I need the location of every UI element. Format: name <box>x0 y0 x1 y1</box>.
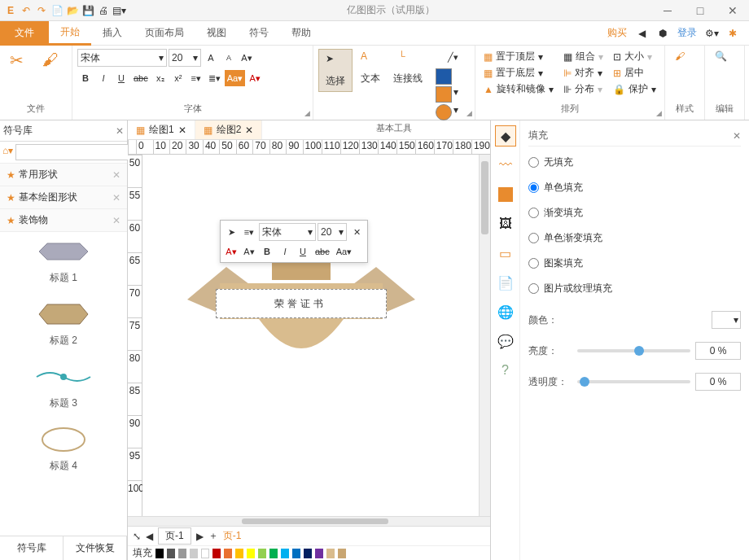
horizontal-scrollbar[interactable] <box>128 516 490 526</box>
cat-close-icon[interactable]: ✕ <box>112 192 120 203</box>
menu-symbol[interactable]: 符号 <box>238 21 280 46</box>
mini-highlight-button[interactable]: A▾ <box>241 243 257 260</box>
align-button[interactable]: ⊫对齐▾ <box>560 65 607 81</box>
mini-underline-button[interactable]: U <box>295 243 311 260</box>
color-swatch[interactable] <box>224 549 232 558</box>
certificate-text-input[interactable]: 荣誉证书 <box>216 289 387 318</box>
tab-symbol-lib[interactable]: 符号库 <box>0 536 64 560</box>
circle-orange-icon[interactable] <box>436 104 452 120</box>
opacity-spin[interactable]: 0 % <box>695 373 741 391</box>
connector-tool-button[interactable]: └连接线 <box>388 49 427 87</box>
print-button[interactable]: 🖨 <box>97 4 110 17</box>
tab-page-icon[interactable]: 📄 <box>495 272 516 293</box>
menu-help[interactable]: 帮助 <box>280 21 322 46</box>
file-menu[interactable]: 文件 <box>0 21 49 46</box>
rect-orange-icon[interactable] <box>436 86 452 103</box>
fill-pattern-radio[interactable]: 图案填充 <box>528 254 741 273</box>
color-swatch[interactable] <box>338 549 346 558</box>
menu-start[interactable]: 开始 <box>49 21 91 46</box>
minimize-button[interactable]: ─ <box>651 0 684 21</box>
close-button[interactable]: ✕ <box>716 0 749 21</box>
color-dropdown[interactable]: ▾ <box>712 311 741 329</box>
mini-bold-button[interactable]: B <box>259 243 275 260</box>
page-next-button[interactable]: ▶ <box>196 531 204 542</box>
brightness-spin[interactable]: 0 % <box>695 342 741 360</box>
send-back-button[interactable]: ▦置于底层▾ <box>480 65 557 81</box>
tab-help-icon[interactable]: ? <box>495 360 516 381</box>
vertical-scrollbar[interactable] <box>479 155 490 516</box>
tab-close-icon[interactable]: ✕ <box>245 125 253 136</box>
font-family-combo[interactable]: 宋体▾ <box>77 49 167 67</box>
menu-view[interactable]: 视图 <box>195 21 238 46</box>
group-button[interactable]: ▦组合▾ <box>560 49 607 64</box>
color-swatch[interactable] <box>201 549 209 558</box>
login-link[interactable]: 登录 <box>677 26 697 40</box>
opacity-slider[interactable] <box>577 380 690 383</box>
color-swatch[interactable] <box>326 549 335 558</box>
share-icon[interactable]: ◀ <box>635 27 648 40</box>
fill-solid-radio[interactable]: 单色填充 <box>528 178 741 197</box>
font-grow-button[interactable]: A <box>203 50 219 66</box>
color-swatch[interactable] <box>235 549 243 558</box>
arrange-launcher-icon[interactable]: ◢ <box>656 109 662 117</box>
buy-link[interactable]: 购买 <box>607 26 627 40</box>
category-decorations[interactable]: ★装饰物✕ <box>0 209 127 232</box>
font-style-button[interactable]: A▾ <box>239 50 255 66</box>
color-swatch[interactable] <box>212 549 221 558</box>
line-tool-button[interactable]: ╱▾ <box>436 49 470 65</box>
color-swatch[interactable] <box>258 549 266 558</box>
canvas[interactable]: ➤ ≡▾ 宋体▾ 20▾ ✕ A▾ A▾ B I U abc Aa▾ <box>142 155 479 516</box>
page-add-button[interactable]: ＋ <box>208 529 218 543</box>
cat-close-icon[interactable]: ✕ <box>112 215 120 226</box>
tab-line-icon[interactable]: 〰 <box>495 155 516 176</box>
certificate-badge-shape[interactable] <box>151 260 452 391</box>
tools-launcher-icon[interactable]: ◢ <box>466 109 472 117</box>
tab-fill-icon[interactable]: ◆ <box>495 125 516 147</box>
search-input[interactable] <box>15 144 146 160</box>
color-swatch[interactable] <box>178 549 186 558</box>
rotate-button[interactable]: ▲旋转和镜像▾ <box>480 81 557 97</box>
brightness-slider[interactable] <box>577 349 690 352</box>
rect-blue-icon[interactable] <box>436 68 452 85</box>
linespace-button[interactable]: ≣▾ <box>206 70 223 86</box>
mini-align-button[interactable]: ≡▾ <box>241 224 257 240</box>
mini-size-combo[interactable]: 20▾ <box>318 223 347 241</box>
category-basic-shapes[interactable]: ★基本绘图形状✕ <box>0 186 127 209</box>
shape-thumb-1[interactable]: 标题 1 <box>5 237 122 285</box>
color-swatch[interactable] <box>269 549 278 558</box>
panel-close-button[interactable]: ✕ <box>116 125 124 137</box>
doc-tab-1[interactable]: ▦绘图1✕ <box>128 120 195 139</box>
tab-web-icon[interactable]: 🌐 <box>495 301 516 322</box>
format-painter-button[interactable]: ✂ <box>5 49 34 72</box>
color-swatch[interactable] <box>315 549 323 558</box>
shape-thumb-4[interactable]: 标题 4 <box>5 425 122 473</box>
gear-icon[interactable]: ⚙▾ <box>705 27 718 40</box>
shape-palette[interactable]: ▾ ▾ <box>436 68 470 120</box>
right-panel-close-button[interactable]: ✕ <box>733 130 741 142</box>
page-nav-icon[interactable]: ⤡ <box>133 531 141 542</box>
shape-thumb-2[interactable]: 标题 2 <box>5 300 122 348</box>
logo-icon[interactable]: ✱ <box>726 27 739 40</box>
tab-chat-icon[interactable]: 💬 <box>495 330 516 352</box>
app-logo-icon[interactable]: E <box>4 4 17 17</box>
color-swatch[interactable] <box>304 549 312 558</box>
tab-file-recover[interactable]: 文件恢复 <box>64 536 127 560</box>
mini-italic-button[interactable]: I <box>277 243 293 260</box>
menu-insert[interactable]: 插入 <box>91 21 134 46</box>
center-button[interactable]: ⊞居中 <box>610 65 659 81</box>
mini-font-combo[interactable]: 宋体▾ <box>259 223 316 241</box>
strike-button[interactable]: abc <box>131 70 151 86</box>
underline-button[interactable]: U <box>113 70 129 86</box>
font-shrink-button[interactable]: A <box>221 50 237 66</box>
open-button[interactable]: 📂 <box>66 4 79 17</box>
cloud-icon[interactable]: ⬢ <box>656 27 669 40</box>
select-tool-button[interactable]: ➤选择 <box>318 49 353 92</box>
doc-tab-2[interactable]: ▦绘图2✕ <box>195 120 263 139</box>
font-launcher-icon[interactable]: ◢ <box>304 109 310 117</box>
edit-button[interactable]: 🔍 <box>710 49 739 72</box>
color-swatch[interactable] <box>292 549 300 558</box>
size-button[interactable]: ⊡大小▾ <box>610 49 659 64</box>
fill-gradient-radio[interactable]: 渐变填充 <box>528 203 741 222</box>
shape-thumb-3[interactable]: 标题 3 <box>5 362 122 410</box>
mini-fontcolor-button[interactable]: A▾ <box>223 243 239 260</box>
